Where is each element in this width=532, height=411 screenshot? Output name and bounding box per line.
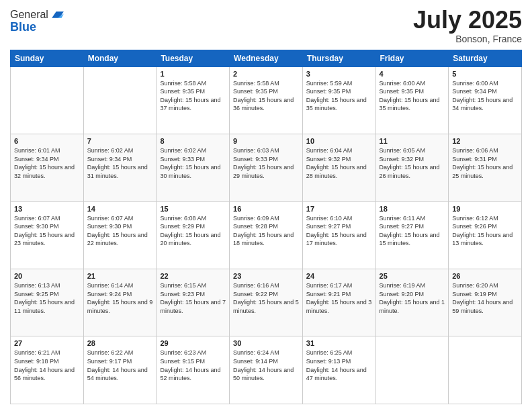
calendar-cell: 16Sunrise: 6:09 AM Sunset: 9:28 PM Dayli… [230, 201, 303, 269]
day-info: Sunrise: 5:58 AM Sunset: 9:35 PM Dayligh… [233, 79, 299, 113]
day-number: 16 [233, 205, 299, 213]
calendar-cell: 1Sunrise: 5:58 AM Sunset: 9:35 PM Daylig… [157, 66, 230, 134]
day-info: Sunrise: 6:01 AM Sunset: 9:34 PM Dayligh… [14, 146, 80, 180]
day-info: Sunrise: 6:07 AM Sunset: 9:30 PM Dayligh… [14, 214, 80, 248]
calendar-cell: 17Sunrise: 6:10 AM Sunset: 9:27 PM Dayli… [302, 201, 375, 269]
calendar-cell: 6Sunrise: 6:01 AM Sunset: 9:34 PM Daylig… [11, 134, 84, 201]
location: Bonson, France [413, 34, 522, 44]
calendar-cell: 22Sunrise: 6:15 AM Sunset: 9:23 PM Dayli… [157, 269, 230, 336]
day-number: 21 [87, 272, 153, 280]
calendar-cell: 18Sunrise: 6:11 AM Sunset: 9:27 PM Dayli… [375, 201, 449, 269]
day-info: Sunrise: 6:13 AM Sunset: 9:25 PM Dayligh… [14, 281, 80, 315]
calendar-cell: 25Sunrise: 6:19 AM Sunset: 9:20 PM Dayli… [375, 269, 449, 336]
day-number: 12 [452, 137, 518, 145]
calendar-cell [375, 336, 449, 404]
day-number: 20 [14, 272, 80, 280]
day-info: Sunrise: 6:11 AM Sunset: 9:27 PM Dayligh… [380, 214, 445, 248]
day-info: Sunrise: 6:02 AM Sunset: 9:33 PM Dayligh… [160, 146, 226, 180]
day-number: 1 [160, 70, 226, 78]
calendar-cell [83, 66, 157, 134]
day-info: Sunrise: 6:24 AM Sunset: 9:14 PM Dayligh… [233, 349, 299, 382]
header: General Blue July 2025 Bonson, France [10, 7, 522, 44]
day-info: Sunrise: 6:00 AM Sunset: 9:34 PM Dayligh… [452, 79, 518, 113]
day-info: Sunrise: 6:20 AM Sunset: 9:19 PM Dayligh… [452, 281, 518, 315]
calendar-cell [11, 66, 84, 134]
calendar-cell: 21Sunrise: 6:14 AM Sunset: 9:24 PM Dayli… [83, 269, 157, 336]
calendar-cell: 26Sunrise: 6:20 AM Sunset: 9:19 PM Dayli… [449, 269, 522, 336]
day-number: 13 [14, 205, 80, 213]
day-info: Sunrise: 6:10 AM Sunset: 9:27 PM Dayligh… [306, 214, 372, 248]
calendar-cell: 31Sunrise: 6:25 AM Sunset: 9:13 PM Dayli… [302, 336, 375, 404]
day-number: 29 [160, 339, 226, 347]
day-info: Sunrise: 6:16 AM Sunset: 9:22 PM Dayligh… [233, 281, 299, 315]
logo-general-text: General [10, 9, 48, 21]
day-info: Sunrise: 5:58 AM Sunset: 9:35 PM Dayligh… [160, 79, 226, 113]
col-thursday: Thursday [302, 50, 375, 66]
day-info: Sunrise: 6:07 AM Sunset: 9:30 PM Dayligh… [87, 214, 153, 248]
day-info: Sunrise: 6:08 AM Sunset: 9:29 PM Dayligh… [160, 214, 226, 248]
day-info: Sunrise: 5:59 AM Sunset: 9:35 PM Dayligh… [306, 79, 372, 113]
day-number: 28 [87, 339, 153, 347]
day-number: 5 [452, 70, 518, 78]
day-info: Sunrise: 6:19 AM Sunset: 9:20 PM Dayligh… [380, 281, 445, 315]
calendar-week-0: 1Sunrise: 5:58 AM Sunset: 9:35 PM Daylig… [11, 66, 522, 134]
calendar-table: Sunday Monday Tuesday Wednesday Thursday… [10, 50, 522, 404]
calendar-cell: 4Sunrise: 6:00 AM Sunset: 9:35 PM Daylig… [375, 66, 449, 134]
logo-icon [50, 7, 66, 23]
day-number: 25 [380, 272, 445, 280]
calendar-cell: 14Sunrise: 6:07 AM Sunset: 9:30 PM Dayli… [83, 201, 157, 269]
calendar-header-row: Sunday Monday Tuesday Wednesday Thursday… [11, 50, 522, 66]
day-number: 10 [306, 137, 372, 145]
calendar-cell: 5Sunrise: 6:00 AM Sunset: 9:34 PM Daylig… [449, 66, 522, 134]
day-info: Sunrise: 6:25 AM Sunset: 9:13 PM Dayligh… [306, 349, 372, 382]
day-number: 19 [452, 205, 518, 213]
day-number: 31 [306, 339, 372, 347]
calendar-cell: 3Sunrise: 5:59 AM Sunset: 9:35 PM Daylig… [302, 66, 375, 134]
col-friday: Friday [375, 50, 449, 66]
calendar-week-1: 6Sunrise: 6:01 AM Sunset: 9:34 PM Daylig… [11, 134, 522, 201]
day-number: 8 [160, 137, 226, 145]
calendar-week-3: 20Sunrise: 6:13 AM Sunset: 9:25 PM Dayli… [11, 269, 522, 336]
day-number: 24 [306, 272, 372, 280]
day-number: 23 [233, 272, 299, 280]
day-info: Sunrise: 6:22 AM Sunset: 9:17 PM Dayligh… [87, 349, 153, 382]
day-info: Sunrise: 6:23 AM Sunset: 9:15 PM Dayligh… [160, 349, 226, 382]
day-info: Sunrise: 6:12 AM Sunset: 9:26 PM Dayligh… [452, 214, 518, 248]
calendar-cell [449, 336, 522, 404]
calendar-cell: 23Sunrise: 6:16 AM Sunset: 9:22 PM Dayli… [230, 269, 303, 336]
day-number: 26 [452, 272, 518, 280]
day-number: 30 [233, 339, 299, 347]
day-number: 22 [160, 272, 226, 280]
calendar-cell: 27Sunrise: 6:21 AM Sunset: 9:18 PM Dayli… [11, 336, 84, 404]
day-info: Sunrise: 6:21 AM Sunset: 9:18 PM Dayligh… [14, 349, 80, 382]
day-info: Sunrise: 6:09 AM Sunset: 9:28 PM Dayligh… [233, 214, 299, 248]
calendar-cell: 11Sunrise: 6:05 AM Sunset: 9:32 PM Dayli… [375, 134, 449, 201]
day-info: Sunrise: 6:03 AM Sunset: 9:33 PM Dayligh… [233, 146, 299, 180]
calendar-cell: 28Sunrise: 6:22 AM Sunset: 9:17 PM Dayli… [83, 336, 157, 404]
day-number: 18 [380, 205, 445, 213]
calendar-cell: 8Sunrise: 6:02 AM Sunset: 9:33 PM Daylig… [157, 134, 230, 201]
day-info: Sunrise: 6:14 AM Sunset: 9:24 PM Dayligh… [87, 281, 153, 315]
day-number: 14 [87, 205, 153, 213]
day-info: Sunrise: 6:06 AM Sunset: 9:31 PM Dayligh… [452, 146, 518, 180]
day-info: Sunrise: 6:00 AM Sunset: 9:35 PM Dayligh… [380, 79, 445, 113]
page: General Blue July 2025 Bonson, France Su… [0, 0, 532, 411]
day-number: 27 [14, 339, 80, 347]
day-info: Sunrise: 6:05 AM Sunset: 9:32 PM Dayligh… [380, 146, 445, 180]
month-year: July 2025 [413, 7, 522, 34]
title-block: July 2025 Bonson, France [413, 7, 522, 44]
calendar-cell: 30Sunrise: 6:24 AM Sunset: 9:14 PM Dayli… [230, 336, 303, 404]
calendar-cell: 15Sunrise: 6:08 AM Sunset: 9:29 PM Dayli… [157, 201, 230, 269]
logo-blue-text: Blue [10, 20, 36, 34]
calendar-cell: 12Sunrise: 6:06 AM Sunset: 9:31 PM Dayli… [449, 134, 522, 201]
calendar-cell: 13Sunrise: 6:07 AM Sunset: 9:30 PM Dayli… [11, 201, 84, 269]
calendar-week-4: 27Sunrise: 6:21 AM Sunset: 9:18 PM Dayli… [11, 336, 522, 404]
day-number: 4 [380, 70, 445, 78]
logo: General Blue [10, 7, 66, 34]
calendar-week-2: 13Sunrise: 6:07 AM Sunset: 9:30 PM Dayli… [11, 201, 522, 269]
col-saturday: Saturday [449, 50, 522, 66]
day-number: 11 [380, 137, 445, 145]
calendar-cell: 19Sunrise: 6:12 AM Sunset: 9:26 PM Dayli… [449, 201, 522, 269]
day-number: 7 [87, 137, 153, 145]
day-info: Sunrise: 6:04 AM Sunset: 9:32 PM Dayligh… [306, 146, 372, 180]
